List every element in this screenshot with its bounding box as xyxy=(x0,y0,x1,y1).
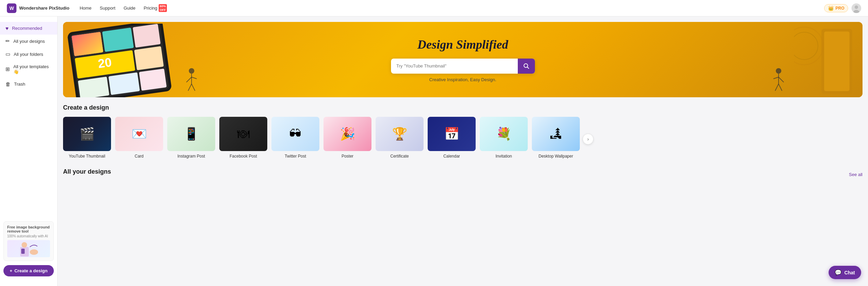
sidebar-item-all-folders-label: All your folders xyxy=(14,52,43,57)
app-logo[interactable]: W Wondershare PixStudio xyxy=(7,3,69,13)
nav-right: 👑 PRO xyxy=(824,3,861,13)
nav-pricing-link[interactable]: Pricing xyxy=(144,5,157,11)
chat-label: Chat xyxy=(844,270,855,275)
chat-icon: 💬 xyxy=(835,269,842,276)
hero-subtitle: Creative Inspiration, Easy Design. xyxy=(391,77,535,82)
cards-next-arrow[interactable]: › xyxy=(583,134,594,145)
hero-search-bar[interactable] xyxy=(391,59,535,74)
design-card-image-poster: 🎉 xyxy=(323,117,371,151)
design-card-label-desktop-wallpaper: Desktop Wallpaper xyxy=(532,154,580,159)
create-section-title: Create a design xyxy=(63,104,863,111)
design-card-invitation[interactable]: 💐 Invitation xyxy=(480,117,528,159)
stick-figure-left xyxy=(183,67,200,94)
design-card-image-youtube-thumbnail: 🎬 xyxy=(63,117,111,151)
svg-rect-22 xyxy=(824,32,849,91)
user-avatar[interactable] xyxy=(852,3,861,13)
folder-icon: ▭ xyxy=(5,51,10,57)
nav-home[interactable]: Home xyxy=(80,5,91,11)
design-card-image-facebook-post: 🍽 xyxy=(219,117,267,151)
design-card-image-card: 💌 xyxy=(115,117,163,151)
pro-badge[interactable]: 👑 PRO xyxy=(824,4,848,12)
create-btn-label: Create a design xyxy=(14,268,48,273)
grid-icon: ⊞ xyxy=(5,66,10,72)
discount-badge: 60%OFF xyxy=(159,4,167,12)
design-card-card[interactable]: 💌 Card xyxy=(115,117,163,159)
design-card-label-card: Card xyxy=(115,154,163,159)
design-card-facebook-post[interactable]: 🍽 Facebook Post xyxy=(219,117,267,159)
design-card-image-calendar: 📅 xyxy=(428,117,476,151)
main-layout: ♥ Recommended ✏ All your designs ▭ All y… xyxy=(0,16,868,286)
nav-pricing[interactable]: Pricing 60%OFF xyxy=(144,4,167,12)
svg-line-34 xyxy=(779,77,784,82)
design-card-image-certificate: 🏆 xyxy=(376,117,424,151)
nav-guide[interactable]: Guide xyxy=(124,5,136,11)
svg-line-27 xyxy=(186,77,192,82)
search-icon xyxy=(523,63,529,69)
design-card-image-invitation: 💐 xyxy=(480,117,528,151)
svg-line-33 xyxy=(773,77,779,79)
sidebar-promo: Free image background remove tool 100% a… xyxy=(3,221,54,261)
promo-image xyxy=(7,240,50,257)
hero-search-button[interactable] xyxy=(518,59,535,74)
promo-subtitle: 100% automatically with AI xyxy=(7,234,50,238)
design-card-image-instagram-post: 📱 xyxy=(167,117,215,151)
sidebar: ♥ Recommended ✏ All your designs ▭ All y… xyxy=(0,16,58,286)
svg-rect-11 xyxy=(102,27,134,52)
svg-point-31 xyxy=(776,68,781,74)
see-all-link[interactable]: See all xyxy=(849,172,863,177)
design-card-image-twitter-post: 🕶 xyxy=(271,117,319,151)
svg-line-28 xyxy=(192,77,197,79)
deco-figure-right xyxy=(770,67,787,96)
design-card-poster[interactable]: 🎉 Poster xyxy=(323,117,371,159)
promo-illustration xyxy=(19,240,39,257)
sidebar-item-trash[interactable]: 🗑 Trash xyxy=(0,78,57,90)
hero-right-decor xyxy=(787,22,856,97)
svg-line-35 xyxy=(775,84,779,91)
all-designs-section: All your designs See all xyxy=(58,161,868,181)
design-card-instagram-post[interactable]: 📱 Instagram Post xyxy=(167,117,215,159)
design-card-desktop-wallpaper[interactable]: 🏞 Desktop Wallpaper xyxy=(532,117,580,159)
design-card-label-instagram-post: Instagram Post xyxy=(167,154,215,159)
svg-rect-12 xyxy=(133,24,161,48)
designs-section-header: All your designs See all xyxy=(63,168,863,181)
svg-point-6 xyxy=(30,249,38,255)
nav-links: Home Support Guide Pricing 60%OFF xyxy=(80,4,824,12)
sidebar-item-all-folders[interactable]: ▭ All your folders xyxy=(0,48,57,61)
svg-line-20 xyxy=(527,67,529,69)
pro-label: PRO xyxy=(835,6,844,11)
sidebar-item-recommended[interactable]: ♥ Recommended xyxy=(0,22,57,35)
design-card-twitter-post[interactable]: 🕶 Twitter Post xyxy=(271,117,319,159)
hero-left-image: 20 xyxy=(63,24,180,97)
design-card-image-desktop-wallpaper: 🏞 xyxy=(532,117,580,151)
svg-rect-10 xyxy=(72,32,103,56)
design-cards-row: 🎬 YouTube Thumbnail 💌 Card 📱 Instagram P… xyxy=(63,117,580,161)
nav-support[interactable]: Support xyxy=(100,5,115,11)
svg-line-29 xyxy=(188,84,192,91)
trash-icon: 🗑 xyxy=(5,81,11,87)
logo-icon: W xyxy=(7,3,16,13)
design-card-label-calendar: Calendar xyxy=(428,154,476,159)
pencil-icon: ✏ xyxy=(5,38,10,44)
design-card-label-youtube-thumbnail: YouTube Thumbnail xyxy=(63,154,111,159)
svg-rect-18 xyxy=(139,69,167,91)
sidebar-item-all-templates-label: All your templates 👋 xyxy=(13,64,52,74)
designs-section-title: All your designs xyxy=(63,168,111,175)
svg-point-24 xyxy=(794,32,818,60)
design-card-calendar[interactable]: 📅 Calendar xyxy=(428,117,476,159)
sidebar-item-all-templates[interactable]: ⊞ All your templates 👋 xyxy=(0,61,57,78)
stick-figure-right xyxy=(770,67,787,94)
hero-search-input[interactable] xyxy=(391,63,518,69)
svg-point-1 xyxy=(855,5,858,9)
sidebar-item-all-designs[interactable]: ✏ All your designs xyxy=(0,35,57,48)
design-card-certificate[interactable]: 🏆 Certificate xyxy=(376,117,424,159)
design-card-label-facebook-post: Facebook Post xyxy=(219,154,267,159)
svg-line-30 xyxy=(192,84,195,91)
create-design-button[interactable]: + Create a design xyxy=(3,265,54,276)
design-card-youtube-thumbnail[interactable]: 🎬 YouTube Thumbnail xyxy=(63,117,111,159)
svg-text:20: 20 xyxy=(97,55,112,71)
deco-figure-left xyxy=(183,67,200,96)
create-plus-icon: + xyxy=(10,268,12,273)
design-card-label-certificate: Certificate xyxy=(376,154,424,159)
svg-rect-17 xyxy=(108,72,140,95)
chat-button[interactable]: 💬 Chat xyxy=(829,266,861,279)
